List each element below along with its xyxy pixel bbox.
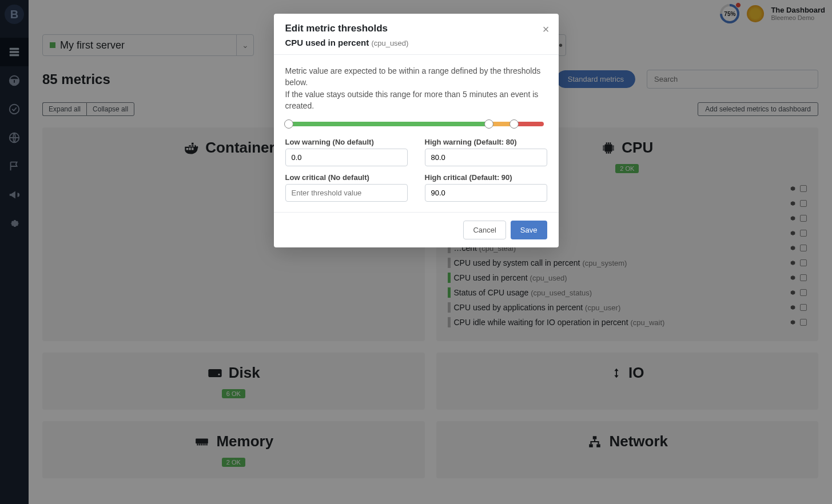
high-critical-input[interactable]	[425, 184, 547, 202]
low-critical-label: Low critical (No default)	[285, 173, 408, 182]
close-button[interactable]: ×	[543, 23, 550, 36]
slider-handle-critical[interactable]	[509, 119, 519, 129]
modal-desc-1: Metric value are expected to be within a…	[285, 66, 541, 87]
modal-metric-code: (cpu_used)	[371, 39, 408, 47]
high-critical-label: High critical (Default: 90)	[425, 173, 547, 182]
modal-title: Edit metric thresholds	[285, 23, 547, 34]
threshold-slider[interactable]	[289, 122, 544, 126]
modal-overlay: Edit metric thresholds CPU used in perce…	[0, 0, 832, 492]
low-warning-label: Low warning (No default)	[285, 138, 408, 146]
modal-metric-name: CPU used in percent	[285, 38, 369, 47]
cancel-button[interactable]: Cancel	[463, 221, 505, 239]
save-button[interactable]: Save	[511, 221, 547, 239]
high-warning-input[interactable]	[425, 149, 547, 166]
modal-desc-2: If the value stays outside this range fo…	[285, 90, 539, 110]
low-critical-input[interactable]	[285, 184, 408, 202]
slider-handle-low[interactable]	[284, 119, 293, 129]
edit-thresholds-modal: Edit metric thresholds CPU used in perce…	[274, 14, 559, 247]
slider-handle-warning[interactable]	[484, 119, 493, 129]
low-warning-input[interactable]	[285, 149, 408, 166]
high-warning-label: High warning (Default: 80)	[425, 138, 547, 146]
